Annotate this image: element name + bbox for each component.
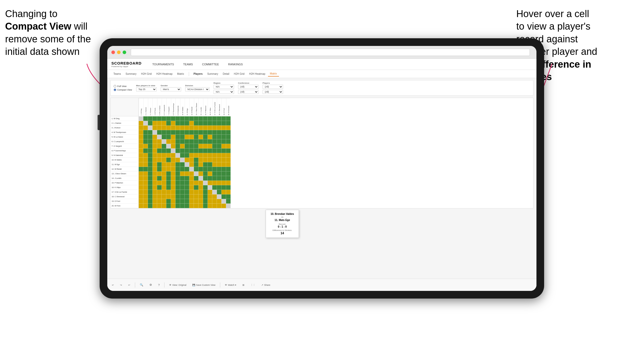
grid-cell-9-11[interactable] xyxy=(189,158,194,162)
grid-cell-11-17[interactable] xyxy=(217,167,221,171)
grid-cell-11-18[interactable] xyxy=(221,167,226,171)
grid-cell-10-4[interactable] xyxy=(157,162,162,167)
grid-cell-19-4[interactable] xyxy=(157,204,162,208)
grid-cell-13-6[interactable] xyxy=(166,176,171,181)
grid-cell-19-17[interactable] xyxy=(217,204,221,208)
grid-cell-7-4[interactable] xyxy=(157,149,162,153)
grid-cell-0-1[interactable] xyxy=(143,116,148,121)
grid-cell-5-7[interactable] xyxy=(171,139,175,144)
players-select-2[interactable]: (All) xyxy=(263,90,283,94)
grid-cell-16-5[interactable] xyxy=(162,190,166,194)
grid-cell-13-7[interactable] xyxy=(171,176,175,181)
grid-cell-17-5[interactable] xyxy=(162,194,166,199)
grid-cell-4-13[interactable] xyxy=(198,135,203,139)
grid-cell-2-5[interactable] xyxy=(162,126,166,130)
grid-cell-13-19[interactable] xyxy=(226,176,231,181)
browser-dot-green[interactable] xyxy=(123,51,126,54)
grid-cell-5-16[interactable] xyxy=(212,139,217,144)
grid-cell-0-4[interactable] xyxy=(157,116,162,121)
grid-cell-4-18[interactable] xyxy=(221,135,226,139)
grid-cell-10-9[interactable] xyxy=(180,162,185,167)
grid-cell-13-9[interactable] xyxy=(180,176,185,181)
grid-cell-15-17[interactable] xyxy=(217,185,221,190)
grid-cell-7-9[interactable] xyxy=(180,149,185,153)
grid-cell-5-15[interactable] xyxy=(208,139,212,144)
grid-cell-15-9[interactable] xyxy=(180,185,185,190)
grid-cell-15-12[interactable] xyxy=(194,185,198,190)
forward-button[interactable]: ↩ xyxy=(127,283,132,287)
grid-cell-1-16[interactable] xyxy=(212,121,217,126)
grid-cell-10-5[interactable] xyxy=(162,162,166,167)
grid-cell-2-3[interactable] xyxy=(153,126,157,130)
grid-cell-11-13[interactable] xyxy=(198,167,203,171)
grid-cell-5-0[interactable] xyxy=(139,139,143,144)
grid-cell-14-7[interactable] xyxy=(171,181,175,185)
subnav-players-matrix[interactable]: Matrix xyxy=(268,71,279,77)
grid-cell-11-12[interactable] xyxy=(194,167,198,171)
grid-cell-5-10[interactable] xyxy=(185,139,189,144)
grid-cell-4-14[interactable] xyxy=(203,135,208,139)
grid-cell-9-16[interactable] xyxy=(212,158,217,162)
grid-cell-10-17[interactable] xyxy=(217,162,221,167)
grid-cell-9-18[interactable] xyxy=(221,158,226,162)
grid-cell-13-5[interactable] xyxy=(162,176,166,181)
zoom-button[interactable]: 🔍 xyxy=(138,282,145,288)
grid-cell-8-15[interactable] xyxy=(208,153,212,158)
radio-full-view[interactable]: Full View xyxy=(114,85,132,88)
grid-cell-8-19[interactable] xyxy=(226,153,231,158)
grid-cell-19-13[interactable] xyxy=(198,204,203,208)
grid-cell-19-6[interactable] xyxy=(166,204,171,208)
grid-cell-16-7[interactable] xyxy=(171,190,175,194)
grid-cell-3-1[interactable] xyxy=(143,130,148,135)
grid-cell-15-13[interactable] xyxy=(198,185,203,190)
grid-cell-10-1[interactable] xyxy=(143,162,148,167)
grid-cell-13-0[interactable] xyxy=(139,176,143,181)
grid-cell-6-14[interactable] xyxy=(203,144,208,149)
grid-cell-7-14[interactable] xyxy=(203,149,208,153)
grid-cell-4-19[interactable] xyxy=(226,135,231,139)
grid-cell-10-13[interactable] xyxy=(198,162,203,167)
watch-button[interactable]: 👁 Watch ▾ xyxy=(223,283,238,287)
grid-cell-2-16[interactable] xyxy=(212,126,217,130)
grid-cell-6-1[interactable] xyxy=(143,144,148,149)
grid-cell-19-10[interactable] xyxy=(185,204,189,208)
grid-cell-13-17[interactable] xyxy=(217,176,221,181)
subnav-players-h2h-heatmap[interactable]: H2H Heatmap xyxy=(247,71,267,76)
grid-cell-12-10[interactable] xyxy=(185,171,189,176)
grid-cell-2-13[interactable] xyxy=(198,126,203,130)
max-players-select[interactable]: Top 25 xyxy=(136,87,157,91)
conference-select-1[interactable]: (All) xyxy=(238,85,259,89)
grid-cell-15-5[interactable] xyxy=(162,185,166,190)
grid-cell-18-16[interactable] xyxy=(212,199,217,204)
grid-cell-2-19[interactable] xyxy=(226,126,231,130)
grid-cell-18-2[interactable] xyxy=(148,199,153,204)
grid-cell-18-5[interactable] xyxy=(162,199,166,204)
grid-button[interactable]: ⋮⋮ xyxy=(249,283,257,287)
grid-cell-1-9[interactable] xyxy=(180,121,185,126)
subnav-players-summary[interactable]: Summary xyxy=(205,71,220,76)
grid-cell-0-17[interactable] xyxy=(217,116,221,121)
grid-cell-12-9[interactable] xyxy=(180,171,185,176)
grid-cell-18-6[interactable] xyxy=(166,199,171,204)
subnav-teams[interactable]: Teams xyxy=(111,71,123,76)
nav-committee[interactable]: COMMITTEE xyxy=(201,62,220,67)
grid-cell-11-7[interactable] xyxy=(171,167,175,171)
grid-cell-14-4[interactable] xyxy=(157,181,162,185)
grid-cell-16-11[interactable] xyxy=(189,190,194,194)
grid-cell-18-17[interactable] xyxy=(217,199,221,204)
grid-cell-17-14[interactable] xyxy=(203,194,208,199)
grid-cell-1-13[interactable] xyxy=(198,121,203,126)
grid-cell-4-6[interactable] xyxy=(166,135,171,139)
view-original-button[interactable]: 👁 View: Original xyxy=(168,283,188,287)
grid-cell-18-7[interactable] xyxy=(171,199,175,204)
grid-cell-0-7[interactable] xyxy=(171,116,175,121)
grid-cell-3-19[interactable] xyxy=(226,130,231,135)
grid-cell-19-15[interactable] xyxy=(208,204,212,208)
grid-cell-14-10[interactable] xyxy=(185,181,189,185)
grid-cell-18-1[interactable] xyxy=(143,199,148,204)
players-select-1[interactable]: (All) xyxy=(263,85,283,89)
grid-cell-15-16[interactable] xyxy=(212,185,217,190)
subnav-players-h2h-grid[interactable]: H2H Grid xyxy=(232,71,247,76)
grid-cell-10-12[interactable] xyxy=(194,162,198,167)
grid-cell-8-3[interactable] xyxy=(153,153,157,158)
